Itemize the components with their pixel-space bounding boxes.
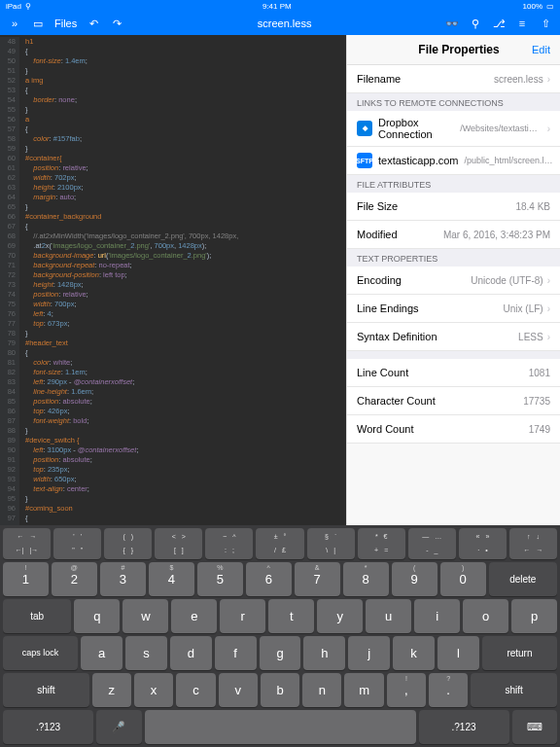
folder-icon[interactable]: ▭ — [31, 17, 45, 30]
return-key[interactable]: return — [482, 636, 557, 670]
code-editor[interactable]: 48h149{50 font-size: 1.4em;51}52a img53{… — [0, 35, 346, 525]
special-key[interactable]: ~^:; — [205, 528, 253, 559]
properties-icon[interactable]: ≡ — [515, 17, 529, 30]
key-v[interactable]: v — [219, 673, 258, 707]
chevron-icon: › — [547, 74, 550, 85]
syntax-row[interactable]: Syntax Definition LESS› — [347, 323, 560, 351]
key-r[interactable]: r — [220, 599, 265, 633]
key-1[interactable]: !1 — [3, 562, 49, 596]
preview-icon[interactable]: 👓 — [445, 17, 459, 30]
charcount-row: Character Count 17735 — [347, 387, 560, 415]
chevron-icon: › — [547, 124, 550, 134]
key-b[interactable]: b — [261, 673, 299, 707]
sftp-icon: SFTP — [357, 153, 372, 168]
key-4[interactable]: $4 — [149, 562, 194, 596]
connection-dropbox[interactable]: ◆ Dropbox Connection /Websites/textasti…… — [347, 111, 560, 147]
special-key[interactable]: «»·• — [459, 528, 507, 559]
key-e[interactable]: e — [171, 599, 217, 633]
share-icon[interactable]: ⇧ — [539, 17, 552, 30]
key-o[interactable]: o — [463, 599, 508, 633]
filename-label: Filename — [357, 73, 401, 85]
forward-icon[interactable]: ↷ — [110, 17, 123, 30]
key-u[interactable]: u — [366, 599, 411, 633]
key-k[interactable]: k — [393, 636, 435, 670]
special-key[interactable]: —…-_ — [408, 528, 456, 559]
toolbar: » ▭ Files ↶ ↷ screen.less 👓 ⚲ ⎇ ≡ ⇧ — [0, 12, 560, 35]
chevron-icon: › — [547, 303, 550, 314]
key-w[interactable]: w — [122, 599, 168, 633]
keyboard: ←→←||→''""(){}<>[]~^:;±°/£§`\|*€+=—…-_«»… — [0, 525, 560, 747]
key-a[interactable]: a — [81, 636, 122, 670]
key-n[interactable]: n — [302, 673, 341, 707]
period-key[interactable]: ?. — [429, 673, 468, 707]
symbols-icon[interactable]: ⎇ — [492, 17, 506, 30]
special-key[interactable]: ↑↓←→ — [509, 528, 557, 559]
special-key[interactable]: ←→←||→ — [3, 528, 51, 559]
filesize-row: File Size 18.4 KB — [347, 193, 560, 221]
key-l[interactable]: l — [438, 636, 479, 670]
key-y[interactable]: y — [317, 599, 363, 633]
mic-key[interactable]: 🎤 — [96, 710, 142, 744]
special-key[interactable]: *€+= — [358, 528, 405, 559]
filename-row[interactable]: Filename screen.less› — [347, 65, 560, 93]
chevron-icon: › — [547, 275, 550, 286]
symbols-key[interactable]: .?123 — [419, 710, 509, 744]
section-links: LINKS TO REMOTE CONNECTIONS — [347, 93, 560, 111]
edit-button[interactable]: Edit — [532, 44, 550, 55]
filesize-value: 18.4 KB — [515, 201, 550, 212]
modified-value: Mar 6, 2016, 3:48:23 PM — [443, 230, 550, 240]
connection-sftp[interactable]: SFTP textasticapp.com /public_html/scree… — [347, 147, 560, 175]
key-s[interactable]: s — [125, 636, 167, 670]
shift-key[interactable]: shift — [471, 673, 557, 707]
key-9[interactable]: (9 — [392, 562, 438, 596]
key-m[interactable]: m — [344, 673, 383, 707]
special-key[interactable]: ±°/£ — [256, 528, 303, 559]
key-t[interactable]: t — [268, 599, 314, 633]
symbols-key[interactable]: .?123 — [3, 710, 93, 744]
comma-key[interactable]: !, — [387, 673, 426, 707]
key-d[interactable]: d — [170, 636, 212, 670]
delete-key[interactable]: delete — [489, 562, 557, 596]
back-icon[interactable]: ↶ — [87, 17, 100, 30]
filesize-label: File Size — [357, 200, 398, 212]
shift-key[interactable]: shift — [3, 673, 89, 707]
special-key[interactable]: ''"" — [53, 528, 101, 559]
key-f[interactable]: f — [215, 636, 257, 670]
special-key[interactable]: <>[] — [155, 528, 202, 559]
lineend-value: Unix (LF) — [504, 303, 543, 314]
key-h[interactable]: h — [303, 636, 345, 670]
capslock-key[interactable]: caps lock — [3, 636, 78, 670]
key-c[interactable]: c — [176, 673, 215, 707]
key-p[interactable]: p — [511, 599, 557, 633]
key-j[interactable]: j — [348, 636, 390, 670]
key-0[interactable]: )0 — [440, 562, 486, 596]
wifi-icon: ⚲ — [25, 2, 31, 11]
files-label[interactable]: Files — [54, 18, 77, 29]
tab-key[interactable]: tab — [3, 599, 71, 633]
lineend-row[interactable]: Line Endings Unix (LF)› — [347, 295, 560, 323]
key-6[interactable]: ^6 — [246, 562, 292, 596]
key-q[interactable]: q — [74, 599, 120, 633]
key-2[interactable]: @2 — [52, 562, 97, 596]
special-key[interactable]: §`\| — [307, 528, 355, 559]
menu-icon[interactable]: » — [8, 17, 21, 30]
section-text: TEXT PROPERTIES — [347, 249, 560, 267]
key-x[interactable]: x — [134, 673, 173, 707]
hide-keyboard-key[interactable]: ⌨ — [512, 710, 558, 744]
linecount-row: Line Count 1081 — [347, 359, 560, 387]
space-key[interactable] — [145, 710, 416, 744]
key-8[interactable]: *8 — [343, 562, 389, 596]
key-5[interactable]: %5 — [197, 562, 243, 596]
encoding-value: Unicode (UTF-8) — [471, 275, 542, 286]
key-z[interactable]: z — [92, 673, 131, 707]
device-label: iPad — [6, 2, 21, 11]
encoding-row[interactable]: Encoding Unicode (UTF-8)› — [347, 267, 560, 295]
filename-value: screen.less — [494, 74, 543, 85]
key-i[interactable]: i — [414, 599, 460, 633]
search-icon[interactable]: ⚲ — [469, 17, 482, 30]
status-bar: iPad ⚲ 9:41 PM 100% ▭ — [0, 0, 560, 12]
key-3[interactable]: #3 — [100, 562, 146, 596]
special-key[interactable]: (){} — [104, 528, 152, 559]
key-g[interactable]: g — [260, 636, 301, 670]
key-7[interactable]: &7 — [295, 562, 340, 596]
